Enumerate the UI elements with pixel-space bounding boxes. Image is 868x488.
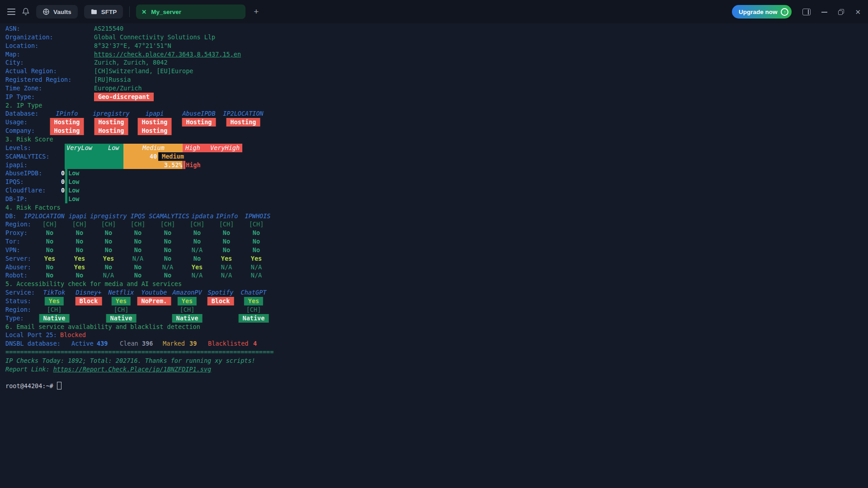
terminal-line: Region:[CH][CH][CH][CH] <box>0 305 868 314</box>
terminal-text: Global Connectivity Solutions Llp <box>94 33 215 42</box>
terminal-line: 4. Risk Factors <box>0 203 868 212</box>
terminal-text: TikTok <box>43 288 66 297</box>
status-badge: Yes <box>178 297 197 305</box>
terminal-text: Map: <box>5 51 20 58</box>
terminal-text: No <box>46 271 53 280</box>
menu-icon[interactable] <box>7 9 15 15</box>
terminal-text: N/A <box>162 263 173 272</box>
titlebar-right: Upgrade now ↑ ✕ <box>732 5 861 19</box>
terminal[interactable]: ASN:AS215540Organization:Global Connecti… <box>0 23 868 488</box>
terminal-text: IP2LOCATION <box>223 109 263 118</box>
terminal-text: Low <box>68 195 79 203</box>
section-header: 5. Accessibility check for media and AI … <box>5 280 182 287</box>
terminal-text: Low <box>68 186 79 195</box>
terminal-line: DB-IP:Low <box>0 195 868 203</box>
terminal-text: High <box>185 144 200 152</box>
terminal-text: No <box>164 254 171 263</box>
terminal-text: No <box>76 229 83 237</box>
status-badge: Block <box>75 297 102 305</box>
terminal-text: ASN: <box>5 25 20 32</box>
terminal-text: Blacklisted <box>208 339 248 348</box>
terminal-text: No <box>105 237 112 246</box>
score-marker <box>65 186 67 195</box>
terminal-line: Status:YesBlockYesNoPrem.YesBlockYes <box>0 297 868 305</box>
close-tab-icon[interactable]: ✕ <box>142 9 146 15</box>
terminal-line: Levels:VeryLowLowMediumHighVeryHigh <box>0 144 868 152</box>
new-tab-button[interactable]: + <box>252 7 260 17</box>
terminal-line: Service:TikTokDisney+NetflixYoutubeAmazo… <box>0 288 868 297</box>
terminal-line: Organization:Global Connectivity Solutio… <box>0 33 868 42</box>
terminal-text: 0 <box>61 186 65 195</box>
terminal-text: Europe/Zurich <box>94 84 142 93</box>
terminal-line: 3. Risk Score <box>0 135 868 144</box>
upgrade-label: Upgrade now <box>739 9 778 15</box>
restore-button[interactable] <box>838 9 844 15</box>
terminal-text: Blocked <box>60 331 86 339</box>
close-window-button[interactable]: ✕ <box>855 9 861 15</box>
score-marker <box>65 178 67 186</box>
terminal-text: Server: <box>5 255 31 262</box>
terminal-text: Spotify <box>208 288 234 297</box>
status-badge: Yes <box>45 297 64 305</box>
upgrade-button[interactable]: Upgrade now ↑ <box>732 5 792 19</box>
tab-label: SFTP <box>101 9 117 15</box>
company-badge: Hosting <box>50 127 84 135</box>
terminal-text: N/A <box>192 246 203 254</box>
terminal-text: No <box>164 271 171 280</box>
section-header: 3. Risk Score <box>5 136 53 143</box>
tab-my-server[interactable]: ✕ My_server <box>136 5 245 19</box>
terminal-text: N/A <box>132 254 143 263</box>
terminal-text: Abuser: <box>5 263 31 271</box>
status-badge: Block <box>208 297 234 305</box>
minimize-button[interactable] <box>821 11 827 13</box>
terminal-line: Region:[CH][CH][CH][CH][CH][CH][CH][CH] <box>0 220 868 229</box>
panel-toggle-icon[interactable] <box>802 9 811 15</box>
terminal-text: Time Zone: <box>5 84 42 92</box>
terminal-line: Cloudflare:0Low <box>0 186 868 195</box>
terminal-text: No <box>134 263 142 272</box>
terminal-line: DNSBL database:Active439Clean396Marked39… <box>0 339 868 348</box>
map-link[interactable]: https://check.place/47.3643,8.5437,15,en <box>94 50 241 59</box>
report-link[interactable]: https://Report.Check.Place/ip/1BNZFDIP1.… <box>53 366 212 373</box>
terminal-text: Company: <box>5 127 35 134</box>
tab-label: My_server <box>151 9 181 15</box>
terminal-text: AS215540 <box>94 24 123 33</box>
terminal-text: Proxy: <box>5 229 28 236</box>
terminal-line: Server:YesYesYesN/ANoNoYesYes <box>0 254 868 263</box>
terminal-line: IPQS:0Low <box>0 178 868 186</box>
terminal-text: Location: <box>5 42 38 49</box>
tab-vaults[interactable]: Vaults <box>36 5 78 19</box>
tab-sftp[interactable]: SFTP <box>84 5 123 19</box>
terminal-line: ASN:AS215540 <box>0 24 868 33</box>
usage-badge: Hosting <box>182 118 216 127</box>
score-marker <box>159 152 161 161</box>
terminal-text: IPinfo <box>216 212 238 221</box>
terminal-text: Region: <box>5 306 31 313</box>
terminal-text: No <box>223 246 230 254</box>
terminal-text: N/A <box>221 271 232 280</box>
terminal-text: [CH] <box>101 220 116 229</box>
notifications-bell-icon[interactable] <box>22 8 30 16</box>
terminal-text: No <box>164 237 171 246</box>
terminal-text: No <box>134 271 142 280</box>
terminal-text: [CH] <box>72 220 87 229</box>
terminal-text: Clean <box>120 339 138 348</box>
terminal-text: No <box>76 237 83 246</box>
terminal-text: Medium <box>162 152 184 161</box>
terminal-text: IPinfo <box>56 109 78 118</box>
usage-badge: Hosting <box>226 118 260 127</box>
geo-discrepant-badge: Geo-discrepant <box>94 93 154 101</box>
terminal-text: DB: <box>5 212 16 220</box>
separator: ========================================… <box>5 348 274 356</box>
terminal-line: ========================================… <box>0 348 868 357</box>
terminal-line: Proxy:NoNoNoNoNoNoNoNo <box>0 229 868 237</box>
terminal-text: 40 <box>150 152 157 161</box>
terminal-text: N/A <box>251 271 262 280</box>
status-badge: Yes <box>244 297 263 305</box>
terminal-text: Type: <box>5 314 24 322</box>
score-marker <box>65 169 67 178</box>
terminal-text: Low <box>68 178 79 186</box>
usage-badge: Hosting <box>94 118 128 127</box>
terminal-text: N/A <box>251 263 262 272</box>
terminal-text: [RU]Russia <box>94 75 131 84</box>
